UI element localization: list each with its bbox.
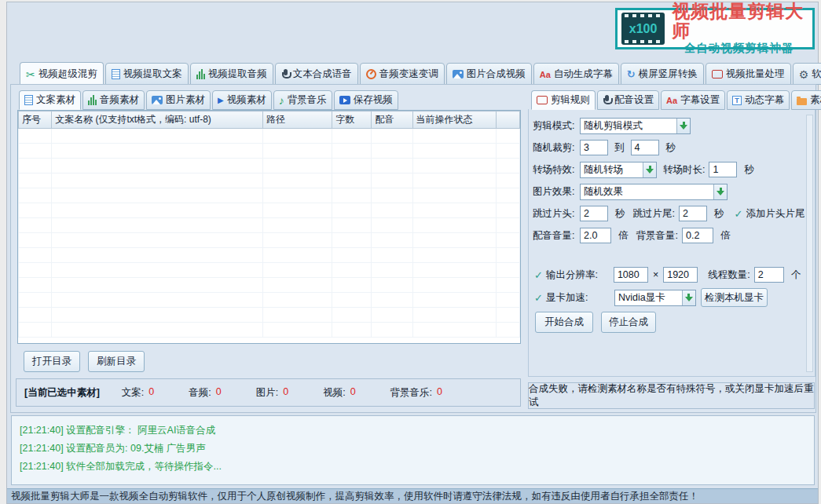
table-row[interactable] <box>19 278 520 293</box>
table-row[interactable] <box>19 129 520 144</box>
tab-background-music[interactable]: ♪ 背景音乐 <box>273 90 332 110</box>
chevron-down-icon[interactable] <box>682 290 695 305</box>
stop-compose-button[interactable]: 停止合成 <box>601 312 656 333</box>
table-cell <box>52 144 263 159</box>
column-header-status[interactable]: 当前操作状态 <box>412 111 496 129</box>
tab-audio-speed-pitch[interactable]: 音频变速变调 <box>360 63 445 85</box>
add-head-tail-checkbox[interactable]: ✓ <box>734 208 742 220</box>
tab-screen-rotate[interactable]: ↻ 横屏竖屏转换 <box>621 63 704 85</box>
table-row[interactable] <box>19 173 520 188</box>
table-row[interactable] <box>19 233 520 248</box>
resolution-height-input[interactable]: 1920 <box>663 267 698 283</box>
refresh-directory-button[interactable]: 刷新目录 <box>88 351 145 372</box>
table-row[interactable] <box>19 293 520 308</box>
bg-volume-input[interactable]: 0.2 <box>682 228 713 243</box>
t-box-icon: T <box>732 96 742 105</box>
tab-script-material[interactable]: 文案素材 <box>19 90 81 110</box>
column-header-extra[interactable] <box>496 111 519 129</box>
table-cell <box>372 159 412 173</box>
table-cell <box>332 173 372 188</box>
tab-dynamic-subtitle[interactable]: T 动态字幕 <box>727 90 790 110</box>
image-effect-select[interactable]: 随机效果 <box>580 184 728 200</box>
tab-label: 视频批量处理 <box>726 68 785 81</box>
tab-image-material[interactable]: 图片素材 <box>146 90 211 110</box>
tab-extract-script[interactable]: 视频提取文案 <box>105 63 189 85</box>
gpu-select[interactable]: Nvidia显卡 <box>614 290 696 306</box>
table-cell <box>496 233 519 248</box>
tab-clip-rules[interactable]: 剪辑规则 <box>531 90 596 110</box>
tab-label: 图片合成视频 <box>467 68 526 81</box>
column-header-dub[interactable]: 配音 <box>372 111 412 129</box>
seconds-unit-label: 秒 <box>744 163 754 177</box>
table-row[interactable] <box>19 159 520 173</box>
tab-save-video[interactable]: 保存视频 <box>334 90 398 110</box>
table-cell <box>262 233 332 248</box>
times-unit-label: 倍 <box>720 229 731 243</box>
table-row[interactable] <box>19 203 520 218</box>
subtitle-aa-icon: Aa <box>666 96 677 105</box>
open-directory-button[interactable]: 打开目录 <box>24 351 80 372</box>
table-row[interactable] <box>19 263 520 278</box>
table-row[interactable] <box>19 218 520 233</box>
table-row[interactable] <box>19 188 520 203</box>
table-cell <box>19 308 52 323</box>
tab-software-settings[interactable]: ⚙ 软件参数设置 <box>793 63 821 85</box>
table-cell <box>262 203 332 218</box>
random-cut-from-input[interactable]: 3 <box>580 140 608 155</box>
output-resolution-checkbox[interactable]: ✓ <box>534 269 543 281</box>
table-row[interactable] <box>19 308 520 323</box>
chevron-down-icon[interactable] <box>713 184 727 199</box>
column-header-filename[interactable]: 文案名称 (仅支持txt格式，编码: utf-8) <box>52 111 263 129</box>
resolution-width-input[interactable]: 1080 <box>614 267 648 283</box>
column-header-index[interactable]: 序号 <box>19 111 52 129</box>
detect-gpu-button[interactable]: 检测本机显卡 <box>701 288 768 307</box>
table-cell <box>496 263 519 278</box>
chevron-down-icon[interactable] <box>643 163 656 177</box>
tab-material-directory[interactable]: 素材目录 <box>791 90 821 110</box>
table-cell <box>332 159 372 173</box>
tab-video-super-mix[interactable]: ✂ 视频超级混剪 <box>20 62 104 85</box>
skip-head-input[interactable]: 2 <box>580 206 608 221</box>
table-cell <box>412 323 496 338</box>
tab-dub-settings[interactable]: 配音设置 <box>597 90 659 110</box>
table-row[interactable] <box>19 323 520 338</box>
transition-select[interactable]: 随机转场 <box>580 162 657 178</box>
table-cell <box>372 263 412 278</box>
column-header-wordcount[interactable]: 字数 <box>332 111 372 129</box>
tab-auto-subtitle[interactable]: Aa 自动生成字幕 <box>533 63 619 85</box>
clip-mode-select[interactable]: 随机剪辑模式 <box>580 118 691 134</box>
skip-tail-input[interactable]: 2 <box>679 206 707 221</box>
threads-input[interactable]: 2 <box>754 267 784 283</box>
output-resolution-label: 输出分辨率: <box>546 268 603 282</box>
tab-label: 文本合成语音 <box>293 68 352 81</box>
table-cell <box>19 129 52 144</box>
image-effect-row: 图片效果: 随机效果 <box>533 183 728 200</box>
play-box-icon <box>339 96 350 104</box>
tab-text-to-speech[interactable]: 文本合成语音 <box>275 63 358 85</box>
table-cell <box>412 263 496 278</box>
tab-extract-audio[interactable]: 视频提取音频 <box>190 63 273 85</box>
log-area[interactable]: [21:21:40] 设置配音引擎： 阿里云AI语音合成 [21:21:40] … <box>11 415 815 485</box>
table-row[interactable] <box>19 248 520 263</box>
times-unit-label: 倍 <box>618 229 629 243</box>
tab-video-material[interactable]: ▶ 视频素材 <box>212 90 272 110</box>
column-header-path[interactable]: 路径 <box>262 111 332 129</box>
tab-subtitle-settings[interactable]: Aa 字幕设置 <box>661 90 725 110</box>
chevron-down-icon[interactable] <box>676 119 690 133</box>
dub-volume-input[interactable]: 2.0 <box>580 228 611 243</box>
transition-length-label: 转场时长: <box>663 163 705 177</box>
tab-image-to-video[interactable]: 图片合成视频 <box>446 63 532 85</box>
random-cut-to-input[interactable]: 4 <box>631 140 659 155</box>
right-panel-scrollbar[interactable] <box>806 115 813 372</box>
transition-length-input[interactable]: 1 <box>709 162 737 177</box>
table-cell <box>372 293 412 308</box>
gpu-acceleration-checkbox[interactable]: ✓ <box>534 292 543 304</box>
tab-batch-process[interactable]: 视频批量处理 <box>706 63 791 85</box>
table-cell <box>372 203 412 218</box>
tab-audio-material[interactable]: 音频素材 <box>82 90 145 110</box>
table-row[interactable] <box>19 144 520 159</box>
start-compose-button[interactable]: 开始合成 <box>535 312 593 333</box>
table-cell <box>262 248 332 263</box>
table-cell <box>496 129 519 144</box>
materials-table[interactable]: 序号 文案名称 (仅支持txt格式，编码: utf-8) 路径 字数 配音 当前… <box>17 110 521 344</box>
